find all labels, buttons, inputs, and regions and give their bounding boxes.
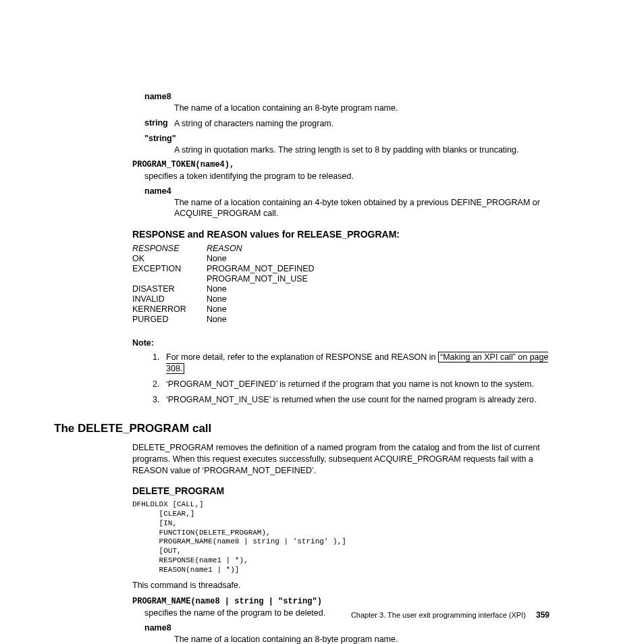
note-text: For more detail, refer to the explanatio… xyxy=(166,352,438,362)
term-string: string xyxy=(144,118,174,130)
table-cell: PROGRAM_NOT_DEFINED xyxy=(207,264,335,274)
def-string: A string of characters naming the progra… xyxy=(174,118,556,130)
term-name8: name8 xyxy=(144,92,556,101)
table-cell: None xyxy=(207,304,335,315)
table-cell: EXCEPTION xyxy=(132,264,207,274)
heading-response-reason: RESPONSE and REASON values for RELEASE_P… xyxy=(132,229,556,240)
term-program-name: PROGRAM_NAME(name8 | string | "string") xyxy=(132,597,556,606)
term-name4: name4 xyxy=(144,186,556,196)
note-item: ‘PROGRAM_NOT_DEFINED’ is returned if the… xyxy=(162,379,556,390)
th-response: RESPONSE xyxy=(132,244,207,254)
note-item: ‘PROGRAM_NOT_IN_USE’ is returned when th… xyxy=(162,394,556,406)
response-reason-table: RESPONSE REASON OKNone EXCEPTIONPROGRAM_… xyxy=(132,244,335,325)
threadsafe-note: This command is threadsafe. xyxy=(132,580,556,591)
def-name8: The name of a location containing an 8-b… xyxy=(174,103,556,114)
th-reason: REASON xyxy=(207,244,335,254)
def-name8-b: The name of a location containing an 8-b… xyxy=(174,634,556,644)
def-program-token: specifies a token identifying the progra… xyxy=(144,171,556,182)
table-cell: None xyxy=(207,315,335,325)
note-heading: Note: xyxy=(132,338,556,348)
term-program-token: PROGRAM_TOKEN(name4), xyxy=(132,160,556,169)
table-cell: OK xyxy=(132,254,207,264)
table-cell: INVALID xyxy=(132,294,207,304)
term-qstring: "string" xyxy=(144,134,556,143)
def-qstring: A string in quotation marks. The string … xyxy=(174,144,556,156)
table-cell xyxy=(132,274,207,284)
page-footer: Chapter 3. The user exit programming int… xyxy=(0,610,644,620)
footer-page-number: 359 xyxy=(536,610,549,620)
def-name4: The name of a location containing an 4-b… xyxy=(174,197,556,220)
heading-delete-program-call: The DELETE_PROGRAM call xyxy=(54,422,556,435)
table-cell: None xyxy=(207,254,335,264)
footer-chapter: Chapter 3. The user exit programming int… xyxy=(351,611,526,619)
table-cell: DISASTER xyxy=(132,284,207,294)
heading-delete-program: DELETE_PROGRAM xyxy=(132,485,556,496)
table-cell: None xyxy=(207,284,335,294)
table-cell: PROGRAM_NOT_IN_USE xyxy=(207,274,335,284)
table-cell: PURGED xyxy=(132,315,207,325)
table-cell: KERNERROR xyxy=(132,304,207,315)
term-name8-b: name8 xyxy=(144,623,556,633)
table-cell: None xyxy=(207,294,335,304)
delete-program-intro: DELETE_PROGRAM removes the definition of… xyxy=(132,442,556,477)
code-block: DFHLDLDX [CALL,] [CLEAR,] [IN, FUNCTION(… xyxy=(132,500,556,574)
notes-list: For more detail, refer to the explanatio… xyxy=(162,352,556,406)
note-item: For more detail, refer to the explanatio… xyxy=(162,352,556,375)
